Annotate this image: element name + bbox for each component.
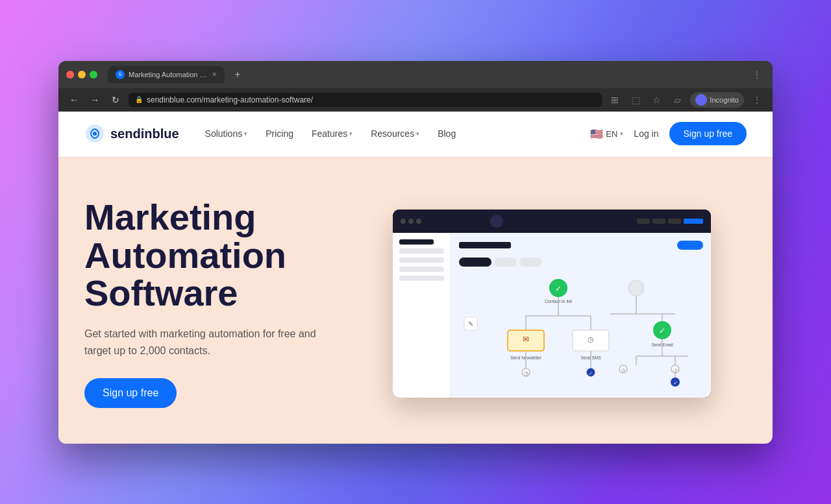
screenshot-section-title [459,242,511,248]
svg-text:◷: ◷ [588,335,594,343]
screenshot-header-row [459,241,703,250]
screenshot-sidebar [393,233,451,398]
website-content: sendinblue Solutions ▾ Pricing Features … [58,112,773,444]
extensions-icon[interactable]: ⊞ [607,92,623,108]
tab-title: Marketing Automation Softwa... [129,71,208,78]
maximize-window-button[interactable] [90,71,97,78]
hero-cta-button[interactable]: Sign up free [84,378,177,408]
bookmark-icon[interactable]: ☆ [649,92,664,108]
sidebar-item-active [399,239,434,245]
back-button[interactable]: ← [66,92,82,108]
dot-2 [408,219,414,224]
logo-text: sendinblue [110,126,179,141]
screenshot-body: ✎ ✓ Contact in list [393,233,711,398]
product-screenshot: ✎ ✓ Contact in list [393,210,711,398]
screenshot-add-button [677,241,703,250]
hero-image: ✎ ✓ Contact in list [357,210,747,398]
browser-tab[interactable]: S Marketing Automation Softwa... ✕ [108,66,225,83]
control-3 [668,219,681,224]
sidebar-item-1 [399,248,444,254]
nav-actions: 🇺🇸 EN ▾ Log in Sign up free [590,122,747,145]
screenshot-titlebar [393,210,711,233]
control-1 [637,219,650,224]
nav-links: Solutions ▾ Pricing Features ▾ Resources… [205,128,591,139]
minimize-window-button[interactable] [78,71,86,78]
filter-pill-1 [459,258,491,267]
hero-title: Marketing Automation Software [84,198,331,313]
avatar [695,94,707,106]
window-menu-icon[interactable]: ⋮ [749,67,765,82]
features-chevron-icon: ▾ [349,130,353,137]
logo[interactable]: sendinblue [84,123,179,144]
tab-favicon-icon: S [116,70,125,79]
svg-point-1 [93,132,97,136]
login-button[interactable]: Log in [634,128,658,139]
solutions-chevron-icon: ▾ [244,130,247,137]
new-tab-button[interactable]: + [230,67,245,82]
browser-chrome: S Marketing Automation Softwa... ✕ + ⋮ ←… [58,61,773,112]
filter-pill-3 [519,258,542,267]
lang-chevron-icon: ▾ [620,130,623,137]
nav-features[interactable]: Features ▾ [312,128,353,139]
dot-3 [416,219,421,224]
browser-menu-icon[interactable]: ⋮ [749,92,765,108]
flag-icon: 🇺🇸 [590,128,603,140]
profile-button[interactable]: Incognito [690,92,744,108]
svg-text:✓: ✓ [589,371,593,376]
url-text: sendinblue.com/marketing-automation-soft… [147,95,313,104]
browser-actions: ⊞ ⬚ ☆ ▱ Incognito ⋮ [607,92,765,108]
site-navigation: sendinblue Solutions ▾ Pricing Features … [58,112,773,157]
address-bar[interactable]: 🔒 sendinblue.com/marketing-automation-so… [129,93,602,107]
sidebar-item-3 [399,267,444,272]
lang-text: EN [606,129,617,139]
screenshot-dots [401,219,421,224]
lock-icon: 🔒 [135,96,143,103]
browser-titlebar: S Marketing Automation Softwa... ✕ + ⋮ [58,61,773,88]
browser-addressbar: ← → ↻ 🔒 sendinblue.com/marketing-automat… [58,88,773,112]
signup-button[interactable]: Sign up free [669,122,747,145]
split-view-icon[interactable]: ▱ [669,92,685,108]
svg-text:✎: ✎ [468,320,473,328]
hero-text: Marketing Automation Software Get starte… [84,198,331,409]
filter-pill-2 [494,258,517,267]
svg-point-7 [628,280,644,296]
svg-text:✉: ✉ [523,335,529,344]
close-window-button[interactable] [66,71,74,78]
resources-chevron-icon: ▾ [416,130,419,137]
workflow-area: ✎ ✓ Contact in list [459,272,703,390]
svg-text:◷: ◷ [621,368,625,372]
svg-text:✓: ✓ [673,380,678,386]
svg-text:✓: ✓ [659,326,665,335]
language-selector[interactable]: 🇺🇸 EN ▾ [590,128,623,140]
nav-pricing[interactable]: Pricing [266,128,293,139]
screenshot-filter-row [459,258,703,267]
hero-section: Marketing Automation Software Get starte… [58,157,773,444]
forward-button[interactable]: → [87,92,103,108]
browser-window: S Marketing Automation Softwa... ✕ + ⋮ ←… [58,61,773,444]
refresh-button[interactable]: ↻ [108,92,123,108]
workflow-diagram: ✎ ✓ Contact in list [461,272,701,389]
sidebar-item-2 [399,258,444,263]
logo-icon [84,123,105,144]
nav-resources[interactable]: Resources ▾ [371,128,419,139]
control-active [684,219,703,224]
svg-text:◷: ◷ [673,368,677,372]
screenshot-controls [637,219,703,224]
nav-solutions[interactable]: Solutions ▾ [205,128,248,139]
nav-blog[interactable]: Blog [438,128,456,139]
control-2 [652,219,665,224]
cast-icon[interactable]: ⬚ [628,92,643,108]
tab-close-icon[interactable]: ✕ [212,71,217,78]
screenshot-main: ✎ ✓ Contact in list [451,233,711,398]
svg-text:◷: ◷ [524,370,528,376]
sidebar-item-4 [399,276,444,281]
dot-1 [401,219,406,224]
hero-subtitle: Get started with marketing automation fo… [84,326,331,359]
svg-text:✓: ✓ [555,284,562,293]
traffic-lights [66,71,97,78]
app-icon [490,215,503,228]
profile-name: Incognito [710,96,739,104]
